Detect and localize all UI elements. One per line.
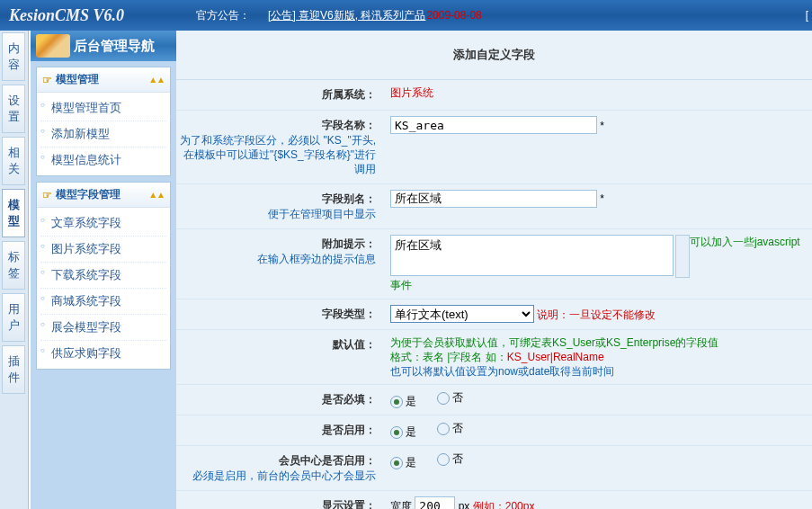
label-tip: 附加提示：	[322, 237, 376, 250]
sidebar-title: 后台管理导航	[31, 31, 176, 61]
nav-item-0-1[interactable]: 添加新模型	[40, 121, 166, 147]
arrows-icon: ▲▲	[148, 190, 165, 200]
star: *	[597, 192, 604, 205]
vtab-2[interactable]: 相关	[2, 137, 25, 185]
label-member-enabled: 会员中心是否启用：	[279, 454, 376, 467]
required-yes[interactable]: 是	[390, 394, 416, 409]
label-default: 默认值：	[176, 330, 383, 360]
vtab-1[interactable]: 设置	[2, 85, 25, 133]
default-l1: 为便于会员获取默认值，可绑定表KS_User或KS_Enterprise的字段值	[390, 336, 718, 349]
default-l2a: 格式：表名 |字段名 如：	[390, 351, 507, 363]
nav-item-0-2[interactable]: 模型信息统计	[40, 147, 166, 173]
group-title-1[interactable]: ☞模型字段管理▲▲	[37, 183, 170, 208]
radio-icon	[390, 396, 403, 408]
radio-icon	[390, 457, 403, 469]
vtab-4[interactable]: 标签	[2, 241, 25, 290]
announce-label: 官方公告：	[196, 8, 250, 23]
top-right-bracket: [	[806, 9, 808, 22]
type-select[interactable]: 单行文本(text)	[390, 305, 534, 323]
width-input[interactable]	[415, 496, 455, 509]
label-type: 字段类型：	[176, 299, 383, 329]
alias-input[interactable]	[390, 190, 597, 208]
system-value: 图片系统	[390, 86, 433, 99]
radio-icon	[390, 426, 403, 439]
page-title: 添加自定义字段	[176, 31, 812, 80]
enabled-yes[interactable]: 是	[390, 424, 416, 440]
fieldname-input[interactable]	[390, 116, 597, 134]
label-required: 是否必填：	[176, 385, 383, 415]
enabled-no[interactable]: 否	[437, 421, 463, 436]
px-unit: px	[459, 500, 470, 510]
label-alias: 字段别名：	[322, 192, 376, 205]
vertical-tabs: 内容设置相关模型标签用户插件	[0, 31, 29, 509]
announce-date: 2009-08-08	[426, 9, 481, 22]
label-display: 显示设置：	[176, 491, 383, 509]
label-fieldname: 字段名称：	[322, 119, 376, 131]
star: *	[597, 120, 604, 132]
vtab-3[interactable]: 模型	[2, 189, 25, 237]
member-enabled-no[interactable]: 否	[437, 451, 463, 467]
nav-item-1-1[interactable]: 图片系统字段	[40, 237, 166, 263]
radio-icon	[437, 392, 450, 405]
vtab-0[interactable]: 内容	[2, 32, 25, 81]
label-system: 所属系统：	[176, 80, 383, 110]
avatar-icon	[36, 34, 70, 58]
label-enabled: 是否启用：	[176, 415, 383, 445]
tip-textarea[interactable]: 所在区域	[390, 235, 674, 276]
default-l3: 也可以将默认值设置为now或date取得当前时间	[390, 365, 614, 378]
width-example: 例如：200px	[473, 500, 535, 510]
nav-item-1-3[interactable]: 商城系统字段	[40, 289, 166, 315]
hand-icon: ☞	[42, 74, 52, 86]
content: 添加自定义字段 所属系统： 图片系统 字段名称： 为了和系统字段区分，必须以 "…	[176, 31, 812, 509]
hint-fieldname: 为了和系统字段区分，必须以 "KS_"开头,在模板中可以通过"{$KS_字段名称…	[180, 133, 376, 176]
top-bar: KesionCMS V6.0 官方公告： [公告] 喜迎V6新版, 科汛系列产品…	[0, 0, 812, 31]
width-label: 宽度	[390, 500, 412, 510]
logo: KesionCMS V6.0	[9, 6, 124, 25]
required-no[interactable]: 否	[437, 390, 463, 406]
radio-icon	[437, 423, 450, 435]
type-note: 说明：一旦设定不能修改	[537, 308, 656, 321]
radio-icon	[437, 453, 450, 466]
nav-item-1-5[interactable]: 供应求购字段	[40, 341, 166, 366]
hand-icon: ☞	[42, 189, 52, 201]
hint-member-enabled: 必须是启用，前台的会员中心才会显示	[180, 469, 376, 483]
nav-item-1-4[interactable]: 展会模型字段	[40, 315, 166, 341]
sidebar-title-text: 后台管理导航	[74, 38, 155, 55]
default-l2b: KS_User|RealName	[507, 351, 604, 363]
hint-alias: 便于在管理项目中显示	[180, 207, 376, 221]
textarea-scroll[interactable]	[675, 235, 690, 278]
group-title-0[interactable]: ☞模型管理▲▲	[37, 67, 170, 93]
arrows-icon: ▲▲	[148, 75, 165, 85]
announce-link[interactable]: [公告] 喜迎V6新版, 科汛系列产品	[268, 8, 425, 23]
sidebar: 后台管理导航 ☞模型管理▲▲模型管理首页添加新模型模型信息统计☞模型字段管理▲▲…	[31, 31, 176, 509]
vtab-6[interactable]: 插件	[2, 345, 25, 394]
nav-item-1-2[interactable]: 下载系统字段	[40, 263, 166, 289]
hint-tip: 在输入框旁边的提示信息	[180, 252, 376, 266]
vtab-5[interactable]: 用户	[2, 293, 25, 342]
nav-item-0-0[interactable]: 模型管理首页	[40, 95, 166, 121]
member-enabled-yes[interactable]: 是	[390, 455, 416, 470]
nav-item-1-0[interactable]: 文章系统字段	[40, 210, 166, 237]
